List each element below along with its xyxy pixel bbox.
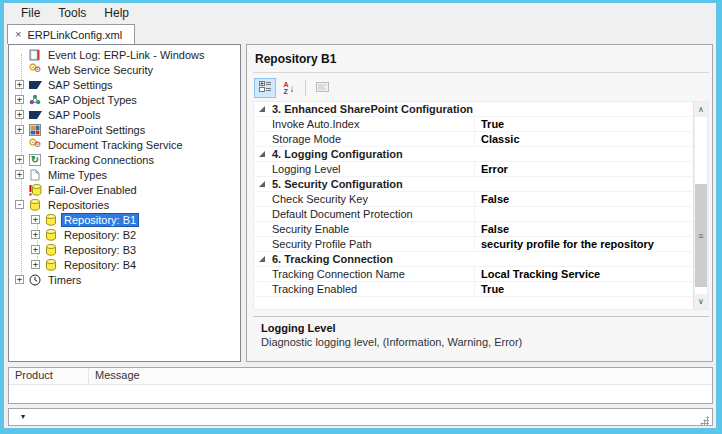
- expander-icon[interactable]: +: [15, 95, 24, 104]
- property-row[interactable]: Security EnableFalse: [254, 222, 693, 237]
- property-grid: 3. Enhanced SharePoint Configuration Inv…: [253, 101, 709, 310]
- tree-item-mime-types[interactable]: + Mime Types: [9, 167, 240, 182]
- tree-item-label: SAP Settings: [46, 79, 115, 91]
- tree-item-timers[interactable]: + Timers: [9, 272, 240, 287]
- expander-icon[interactable]: +: [31, 260, 40, 269]
- status-strip: ▾: [8, 408, 713, 426]
- app-window: File Tools Help × ERPLinkConfig.xml Even…: [0, 0, 722, 434]
- expander-icon[interactable]: -: [15, 200, 24, 209]
- close-icon[interactable]: ×: [15, 29, 21, 40]
- category-row[interactable]: 3. Enhanced SharePoint Configuration: [254, 102, 693, 117]
- property-row[interactable]: Invoke Auto.IndexTrue: [254, 117, 693, 132]
- tree-item-repository-b3[interactable]: + Repository: B3: [9, 242, 240, 257]
- tree-item-label: Repository: B3: [62, 244, 138, 256]
- property-row[interactable]: Storage ModeClassic: [254, 132, 693, 147]
- property-grid-toolbar: AZ ↓: [253, 73, 711, 101]
- tree-item-label: Event Log: ERP-Link - Windows: [46, 49, 207, 61]
- tree-item-label: SharePoint Settings: [46, 124, 147, 136]
- property-row[interactable]: Logging LevelError: [254, 162, 693, 177]
- expander-icon[interactable]: +: [15, 155, 24, 164]
- column-header-product[interactable]: Product: [9, 368, 89, 384]
- category-collapse-icon[interactable]: [259, 151, 265, 157]
- tree-item-web-service-security[interactable]: ⚙⚙ Web Service Security: [9, 62, 240, 77]
- alphabetical-sort-button[interactable]: AZ ↓: [278, 78, 300, 98]
- tree-item-repositories[interactable]: - Repositories: [9, 197, 240, 212]
- tree-item-repository-b2[interactable]: + Repository: B2: [9, 227, 240, 242]
- expander-icon[interactable]: +: [15, 170, 24, 179]
- tree-item-sap-object-types[interactable]: + SAP Object Types: [9, 92, 240, 107]
- tree-item-label-selected: Repository: B1: [62, 214, 138, 226]
- property-row[interactable]: Security Profile Pathsecurity profile fo…: [254, 237, 693, 252]
- column-header-message[interactable]: Message: [89, 368, 712, 384]
- page-title: Repository B1: [253, 45, 709, 73]
- resize-grip[interactable]: [699, 415, 709, 425]
- expander-icon[interactable]: +: [15, 110, 24, 119]
- tree-item-sap-settings[interactable]: + SAP Settings: [9, 77, 240, 92]
- refresh-icon: ↻: [28, 153, 42, 166]
- vertical-scrollbar[interactable]: ∧ ≡ ∨: [693, 102, 708, 309]
- expander-icon[interactable]: +: [31, 230, 40, 239]
- category-row[interactable]: 4. Logging Configuration: [254, 147, 693, 162]
- document-icon: [28, 168, 42, 181]
- menu-file[interactable]: File: [12, 4, 49, 22]
- tab-erplinkconfig[interactable]: × ERPLinkConfig.xml: [7, 24, 135, 44]
- gears-icon: ⚙⚙: [28, 63, 42, 76]
- database-icon: [44, 228, 58, 241]
- category-row[interactable]: 6. Tracking Connection: [254, 252, 693, 267]
- property-pages-button: [311, 78, 333, 98]
- menu-help[interactable]: Help: [95, 4, 138, 22]
- tree-item-label: SAP Object Types: [46, 94, 139, 106]
- database-icon: [44, 243, 58, 256]
- sharepoint-icon: [28, 123, 42, 136]
- expander-icon[interactable]: +: [31, 215, 40, 224]
- output-list[interactable]: [9, 385, 712, 403]
- object-types-icon: [28, 93, 42, 106]
- tree-item-label: Repository: B2: [62, 229, 138, 241]
- category-collapse-icon[interactable]: [259, 106, 265, 112]
- category-collapse-icon[interactable]: [259, 181, 265, 187]
- tree-item-label: Web Service Security: [46, 64, 155, 76]
- tab-strip: × ERPLinkConfig.xml: [4, 23, 716, 44]
- scrollbar-thumb[interactable]: ≡: [695, 184, 707, 287]
- tree-item-sap-pools[interactable]: + SAP Pools: [9, 107, 240, 122]
- database-icon: [28, 198, 42, 211]
- dropdown-arrow-icon[interactable]: ▾: [21, 413, 25, 421]
- categorized-button[interactable]: [254, 78, 276, 98]
- database-icon: [44, 258, 58, 271]
- clock-icon: [28, 273, 42, 286]
- property-row[interactable]: Default Document Protection: [254, 207, 693, 222]
- tree-item-tracking-connections[interactable]: + ↻ Tracking Connections: [9, 152, 240, 167]
- property-panel: Repository B1 AZ ↓ 3. Enhan: [246, 44, 713, 362]
- scroll-down-icon[interactable]: ∨: [694, 294, 708, 309]
- gears-icon: ⚙⚙: [28, 138, 42, 151]
- expander-icon[interactable]: +: [15, 275, 24, 284]
- sap-icon: [28, 78, 42, 91]
- expander-icon[interactable]: +: [15, 125, 24, 134]
- tree-item-fail-over-enabled[interactable]: Fail-Over Enabled: [9, 182, 240, 197]
- expander-icon[interactable]: +: [31, 245, 40, 254]
- config-tree-panel: Event Log: ERP-Link - Windows ⚙⚙ Web Ser…: [8, 44, 241, 362]
- sort-alphabetical-icon: AZ ↓: [283, 81, 294, 95]
- property-row[interactable]: Check Security KeyFalse: [254, 192, 693, 207]
- tree-item-event-log[interactable]: Event Log: ERP-Link - Windows: [9, 47, 240, 62]
- tree-item-repository-b1[interactable]: + Repository: B1: [9, 212, 240, 227]
- property-row[interactable]: Tracking Connection NameLocal Tracking S…: [254, 267, 693, 282]
- menu-tools[interactable]: Tools: [49, 4, 95, 22]
- expander-icon[interactable]: +: [15, 80, 24, 89]
- tree-item-sharepoint-settings[interactable]: + SharePoint Settings: [9, 122, 240, 137]
- property-description-pane: Logging Level Diagnostic logging level, …: [253, 316, 709, 359]
- category-row[interactable]: 5. Security Configuration: [254, 177, 693, 192]
- tree-item-label: Document Tracking Service: [46, 139, 185, 151]
- tree-item-repository-b4[interactable]: + Repository: B4: [9, 257, 240, 272]
- category-collapse-icon[interactable]: [259, 256, 265, 262]
- output-header: Product Message: [9, 368, 712, 385]
- tree-item-label: Mime Types: [46, 169, 109, 181]
- tree-item-label: Tracking Connections: [46, 154, 156, 166]
- scrollbar-track[interactable]: ≡: [695, 117, 707, 294]
- tree-item-label: Fail-Over Enabled: [46, 184, 139, 196]
- scroll-up-icon[interactable]: ∧: [694, 102, 708, 117]
- property-row[interactable]: Tracking EnabledTrue: [254, 282, 693, 297]
- tree-item-label: Timers: [46, 274, 83, 286]
- main-area: Event Log: ERP-Link - Windows ⚙⚙ Web Ser…: [4, 44, 716, 362]
- tree-item-document-tracking-service[interactable]: ⚙⚙ Document Tracking Service: [9, 137, 240, 152]
